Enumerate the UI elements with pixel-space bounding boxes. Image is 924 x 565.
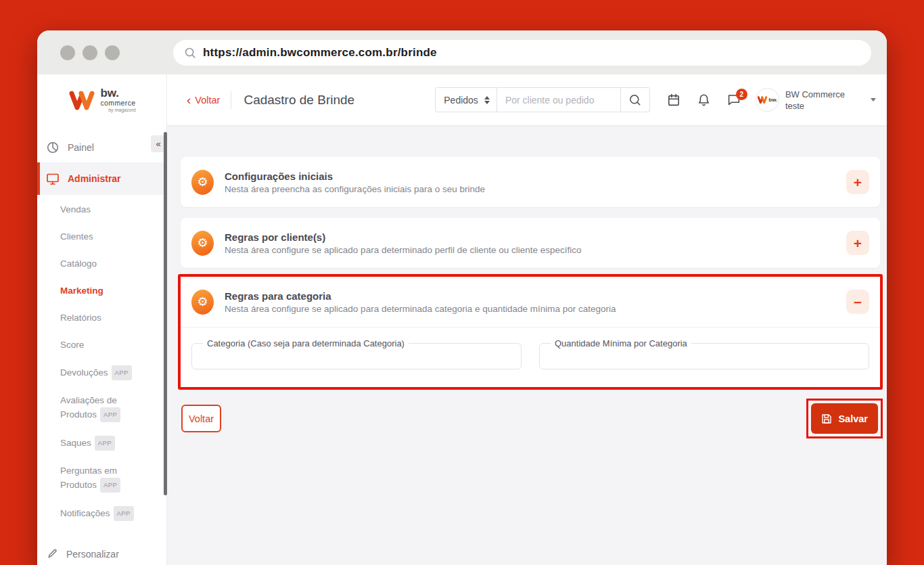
logo-brand-text: bw. [100, 88, 135, 99]
user-menu[interactable]: BW Commerce teste [785, 89, 845, 112]
user-name: BW Commerce [785, 89, 845, 100]
app-badge: APP [100, 478, 120, 493]
sidebar-item-notificacoes[interactable]: NotificaçõesAPP [37, 499, 166, 528]
sidebar-item-label: Clientes [60, 231, 93, 242]
sidebar-item-label: Administrar [68, 173, 121, 184]
chevron-left-icon: ‹ [187, 95, 191, 105]
bw-logo-icon [68, 89, 96, 111]
pie-chart-icon [47, 141, 59, 154]
calendar-button[interactable] [667, 93, 680, 107]
panel-regras-por-cliente: ⚙ Regras por cliente(s) Nesta área confi… [181, 218, 880, 268]
notifications-button[interactable] [697, 93, 710, 107]
sidebar-item-label: Catálogo [60, 258, 97, 269]
calendar-icon [667, 93, 680, 107]
chat-button[interactable]: 2 [727, 93, 741, 106]
sidebar-item-label: Saques [60, 438, 91, 448]
sidebar-item-marketing[interactable]: Marketing [37, 277, 166, 304]
categoria-input[interactable] [200, 348, 513, 363]
window-minimize-button[interactable] [83, 45, 97, 60]
salvar-button-highlight: Salvar [806, 399, 883, 438]
url-search-icon [184, 47, 196, 59]
browser-window: https://admin.bwcommerce.com.br/brinde b… [37, 30, 887, 565]
sidebar-nav: Painel Administrar Vendas Clientes Catál… [37, 125, 166, 565]
voltar-button[interactable]: Voltar [181, 405, 221, 432]
url-bar[interactable]: https://admin.bwcommerce.com.br/brinde [173, 40, 871, 66]
expand-button[interactable]: + [846, 231, 869, 255]
sidebar-item-catalogo[interactable]: Catálogo [37, 250, 166, 277]
page-content: ⚙ Configurações iniciais Nesta área pree… [167, 125, 887, 565]
user-avatar[interactable]: bw. [756, 88, 779, 112]
gear-icon: ⚙ [191, 290, 214, 315]
window-close-button[interactable] [60, 45, 75, 60]
search-input[interactable] [497, 87, 621, 112]
quantidade-minima-input[interactable] [548, 348, 860, 363]
panel-configuracoes-iniciais: ⚙ Configurações iniciais Nesta área pree… [181, 157, 880, 207]
search-icon [628, 93, 641, 106]
sidebar-item-perguntas-em-produtos[interactable]: Perguntas em ProdutosAPP [37, 457, 166, 499]
panel-body: Categoria (Caso seja para determinada Ca… [181, 327, 880, 387]
panel-subtitle: Nesta área preencha as configurações ini… [225, 184, 485, 194]
back-link[interactable]: ‹ Voltar [187, 95, 220, 106]
sidebar-item-vendas[interactable]: Vendas [37, 196, 166, 223]
app-badge: APP [100, 407, 120, 422]
window-controls [60, 45, 120, 60]
pencil-icon [47, 549, 57, 560]
panel-header: ⚙ Regras por cliente(s) Nesta área confi… [181, 218, 880, 268]
sidebar-item-personalizar[interactable]: Personalizar [37, 539, 166, 565]
salvar-button[interactable]: Salvar [811, 403, 878, 434]
chat-badge: 2 [736, 89, 747, 100]
page-title: Cadastro de Brinde [244, 93, 354, 108]
sidebar-item-clientes[interactable]: Clientes [37, 223, 166, 250]
page-header: ‹ Voltar Cadastro de Brinde Pedidos [167, 74, 887, 125]
search-button[interactable] [621, 87, 650, 112]
chevron-down-icon[interactable] [871, 98, 876, 101]
url-text: https://admin.bwcommerce.com.br/brinde [203, 46, 437, 60]
logo-byline-text: by magazord [100, 108, 135, 112]
sidebar-item-label: Painel [68, 142, 94, 153]
desktop-background: https://admin.bwcommerce.com.br/brinde b… [0, 0, 924, 565]
sidebar-item-devolucoes[interactable]: DevoluçõesAPP [37, 359, 166, 387]
sidebar-item-saques[interactable]: SaquesAPP [37, 429, 166, 457]
sidebar-item-label: Relatórios [60, 313, 101, 323]
sidebar-item-label: Devoluções [60, 367, 108, 378]
quantidade-minima-field-label: Quantidade Mínima por Categoria [551, 338, 691, 348]
sidebar: bw. commerce by magazord « Painel [37, 74, 167, 565]
sidebar-item-label: Score [60, 340, 84, 350]
window-maximize-button[interactable] [105, 45, 120, 60]
browser-chrome: https://admin.bwcommerce.com.br/brinde [37, 30, 887, 74]
quantidade-minima-field: Quantidade Mínima por Categoria [539, 338, 869, 369]
sidebar-item-label: Marketing [60, 286, 103, 296]
gear-icon: ⚙ [191, 170, 214, 195]
search-filter-value: Pedidos [444, 95, 478, 106]
categoria-field: Categoria (Caso seja para determinada Ca… [191, 338, 522, 369]
gear-icon: ⚙ [191, 231, 214, 256]
app-badge: APP [112, 365, 132, 380]
order-search-group: Pedidos [435, 87, 650, 112]
main-area: ‹ Voltar Cadastro de Brinde Pedidos [167, 74, 887, 565]
panel-title: Configurações iniciais [225, 171, 485, 182]
sidebar-item-label: Notificações [60, 508, 110, 518]
panel-title: Regras por cliente(s) [225, 231, 582, 243]
sidebar-item-relatorios[interactable]: Relatórios [37, 304, 166, 332]
sidebar-item-administrar[interactable]: Administrar [37, 162, 166, 195]
monitor-icon [47, 173, 59, 185]
panel-regras-para-categoria-highlight: ⚙ Regras para categoria Nesta área confi… [178, 274, 883, 390]
categoria-field-label: Categoria (Caso seja para determinada Ca… [203, 338, 409, 348]
sidebar-item-avaliacoes-de-produtos[interactable]: Avaliações de ProdutosAPP [37, 387, 166, 429]
sidebar-item-score[interactable]: Score [37, 332, 166, 359]
app-badge: APP [114, 506, 134, 521]
expand-button[interactable]: + [846, 170, 869, 194]
user-subtitle: teste [785, 100, 845, 112]
sidebar-item-label: Vendas [60, 204, 91, 214]
panel-header: ⚙ Regras para categoria Nesta área confi… [181, 277, 880, 327]
avatar-brand-text: bw. [768, 97, 777, 103]
back-link-label: Voltar [195, 95, 220, 106]
search-filter-select[interactable]: Pedidos [435, 87, 497, 112]
app-logo: bw. commerce by magazord [37, 74, 166, 125]
logo-word-text: commerce [100, 99, 135, 107]
salvar-button-label: Salvar [838, 413, 868, 424]
sidebar-item-label: Personalizar [66, 549, 119, 560]
sidebar-item-painel[interactable]: Painel [37, 132, 166, 162]
panel-subtitle: Nesta área configure se aplicado para de… [225, 245, 582, 255]
collapse-button[interactable]: − [846, 290, 869, 314]
